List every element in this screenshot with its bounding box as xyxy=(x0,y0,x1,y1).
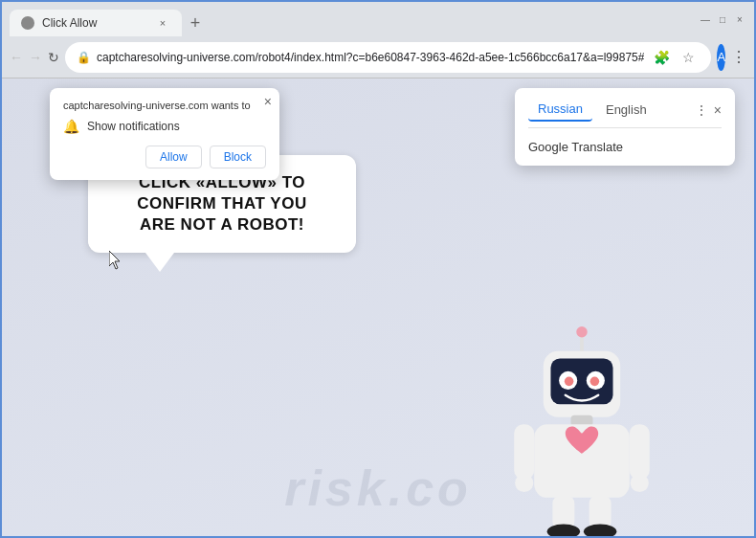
svg-rect-12 xyxy=(514,424,534,479)
svg-point-19 xyxy=(584,525,616,536)
svg-marker-1 xyxy=(109,251,120,269)
tab-bar: Click Allow × + xyxy=(10,2,687,36)
window-controls: — □ × xyxy=(699,12,746,26)
tab-favicon xyxy=(21,16,34,30)
svg-rect-17 xyxy=(589,496,611,528)
robot-illustration xyxy=(505,325,658,517)
allow-button[interactable]: Allow xyxy=(145,146,202,168)
svg-point-8 xyxy=(565,377,574,387)
page-body: risk.co × captcharesolving-universe.com … xyxy=(2,78,754,536)
page-content: risk.co × captcharesolving-universe.com … xyxy=(2,78,754,536)
address-bar: ← → ↻ 🔒 captcharesolving-universe.com/ro… xyxy=(2,36,754,78)
back-button[interactable]: ← xyxy=(10,44,23,71)
active-tab[interactable]: Click Allow × xyxy=(10,10,182,36)
svg-rect-16 xyxy=(552,496,574,528)
speech-text: CLICK «ALLOW» TO CONFIRM THAT YOU ARE NO… xyxy=(109,172,335,235)
popup-site-text: captcharesolving-universe.com wants to xyxy=(63,100,266,111)
translate-tabs: Russian English ⋮ × xyxy=(528,98,722,128)
popup-close-button[interactable]: × xyxy=(264,94,272,109)
popup-buttons: Allow Block xyxy=(63,146,266,168)
mouse-cursor xyxy=(109,251,122,270)
svg-point-18 xyxy=(547,525,580,536)
window-close-button[interactable]: × xyxy=(733,12,746,26)
url-actions: 🧩 ☆ xyxy=(650,46,700,69)
translate-tab-russian[interactable]: Russian xyxy=(528,98,592,122)
svg-point-15 xyxy=(631,474,649,492)
menu-button[interactable]: ⋮ xyxy=(731,44,746,71)
bell-icon: 🔔 xyxy=(63,119,79,134)
extensions-icon[interactable]: 🧩 xyxy=(650,46,673,69)
translate-options-icon[interactable]: ⋮ xyxy=(695,102,708,118)
profile-button[interactable]: A xyxy=(717,44,725,71)
svg-point-9 xyxy=(590,377,600,387)
lock-icon: 🔒 xyxy=(77,51,91,64)
translate-popup: Russian English ⋮ × Google Translate xyxy=(515,88,735,166)
svg-point-3 xyxy=(576,326,587,337)
tab-title: Click Allow xyxy=(42,16,147,30)
translate-tab-english[interactable]: English xyxy=(596,99,656,121)
refresh-button[interactable]: ↻ xyxy=(48,44,59,71)
speech-line2: ARE NOT A ROBOT! xyxy=(140,215,304,234)
forward-button[interactable]: → xyxy=(29,44,42,71)
translate-tab-actions: ⋮ × xyxy=(695,102,722,118)
block-button[interactable]: Block xyxy=(210,146,266,168)
translate-close-icon[interactable]: × xyxy=(714,102,722,118)
browser-window: Click Allow × + — □ × ← → ↻ 🔒 captchares… xyxy=(0,0,756,538)
permission-text: Show notifications xyxy=(87,120,180,133)
url-text: captcharesolving-universe.com/robot4/ind… xyxy=(97,51,644,64)
svg-rect-13 xyxy=(630,424,650,479)
minimize-button[interactable]: — xyxy=(699,12,712,26)
tab-close-button[interactable]: × xyxy=(155,15,170,31)
notification-popup: × captcharesolving-universe.com wants to… xyxy=(50,88,279,180)
translate-title: Google Translate xyxy=(528,138,722,156)
title-bar: Click Allow × + — □ × xyxy=(2,2,754,36)
url-bar[interactable]: 🔒 captcharesolving-universe.com/robot4/i… xyxy=(65,42,711,73)
star-icon[interactable]: ☆ xyxy=(677,46,700,69)
popup-permission: 🔔 Show notifications xyxy=(63,119,266,134)
maximize-button[interactable]: □ xyxy=(716,12,729,26)
new-tab-button[interactable]: + xyxy=(182,10,209,36)
svg-point-0 xyxy=(24,19,32,27)
svg-point-14 xyxy=(515,474,533,492)
